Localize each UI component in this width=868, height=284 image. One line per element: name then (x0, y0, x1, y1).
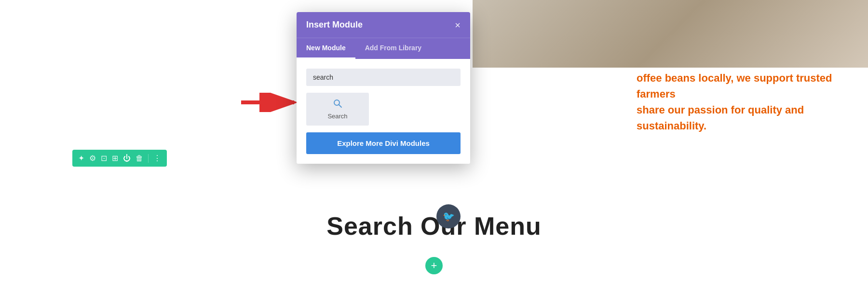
red-arrow (239, 93, 301, 112)
svg-line-3 (339, 105, 342, 108)
section-heading: Search Our Menu (326, 212, 542, 241)
tab-new-module[interactable]: New Module (297, 38, 355, 59)
more-options-icon[interactable]: ⋮ (153, 154, 161, 163)
explore-modules-button[interactable]: Explore More Divi Modules (306, 132, 461, 154)
orange-text-line2: share our passion for quality and sustai… (637, 102, 844, 134)
tab-add-from-library[interactable]: Add From Library (355, 38, 431, 59)
module-toolbar: ✦ ⚙ ⊡ ⊞ ⏻ 🗑 ⋮ (72, 150, 167, 167)
columns-icon[interactable]: ⊞ (112, 154, 118, 163)
search-button-label: Search (327, 113, 347, 120)
clone-icon[interactable]: ⊡ (101, 154, 107, 163)
delete-icon[interactable]: 🗑 (136, 154, 143, 163)
toolbar-divider (148, 154, 149, 163)
modal-tabs: New Module Add From Library (297, 38, 470, 59)
power-icon[interactable]: ⏻ (123, 154, 131, 163)
search-icon (333, 99, 342, 111)
orange-text-content: offee beans locally, we support trusted … (637, 70, 844, 134)
modal-body: Search Explore More Divi Modules (297, 59, 470, 164)
search-input[interactable] (306, 69, 461, 86)
insert-module-modal: Insert Module × New Module Add From Libr… (297, 12, 470, 164)
search-input-wrapper (306, 69, 461, 86)
social-icon: 🐦 (436, 204, 461, 228)
hero-image (473, 0, 868, 68)
move-icon[interactable]: ✦ (78, 154, 84, 163)
modal-header: Insert Module × (297, 12, 470, 38)
search-button[interactable]: Search (306, 93, 369, 126)
modal-close-button[interactable]: × (455, 20, 461, 30)
orange-text-line1: offee beans locally, we support trusted … (637, 70, 844, 102)
settings-icon[interactable]: ⚙ (89, 154, 96, 163)
add-section-button[interactable]: + (425, 257, 443, 274)
modal-title: Insert Module (306, 20, 363, 30)
